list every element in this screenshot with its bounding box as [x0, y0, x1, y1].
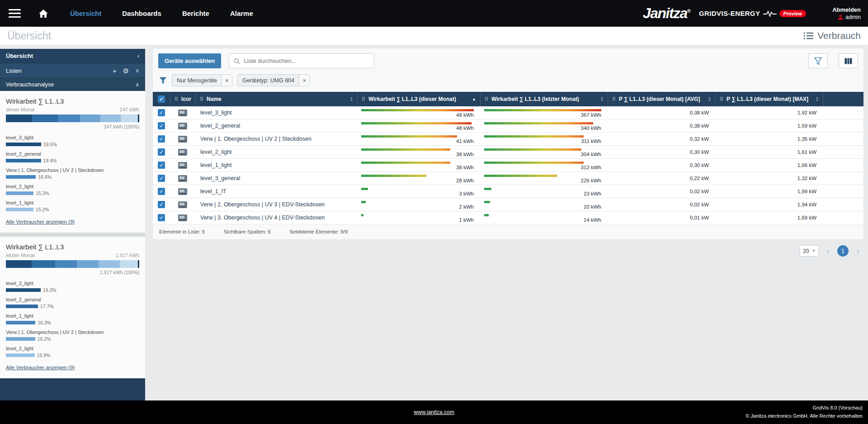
- row-checkbox[interactable]: ✓: [158, 214, 165, 221]
- column-header-wirkarbeit-l1-l3-dieser-monat[interactable]: ⠿ Wirkarbeit ∑ L1..L3 (dieser Monat)▲: [357, 92, 480, 106]
- select-devices-button[interactable]: Geräte auswählen: [158, 53, 221, 68]
- sort-arrow-active-icon[interactable]: ▲: [472, 97, 476, 101]
- row-checkbox[interactable]: ✓: [158, 188, 165, 195]
- this-month-cell: 2 kWh: [357, 198, 480, 211]
- filter-chip-remove-icon[interactable]: ×: [299, 75, 309, 86]
- last-month-value: 226 kWh: [484, 178, 601, 183]
- avg-value: 0,01 kW: [608, 215, 715, 220]
- drag-handle-icon[interactable]: ⠿: [485, 96, 488, 102]
- device-icon: [170, 214, 195, 221]
- nav-item-dashboards[interactable]: Dashboards: [112, 0, 172, 27]
- drag-handle-icon[interactable]: ⠿: [612, 96, 616, 102]
- consumer-item: level_1_light 16.3%: [6, 313, 139, 325]
- consumer-pct: 15.2%: [36, 207, 49, 212]
- table-row[interactable]: ✓ level_1_IT 3 kWh 23 kWh 0,02 kW 1,99 k…: [153, 185, 863, 198]
- avg-value: 0,32 kW: [608, 136, 715, 142]
- collapse-sidebar-icon[interactable]: ‹: [137, 53, 139, 59]
- current-page-button[interactable]: 1: [837, 245, 849, 257]
- toolbar: Geräte auswählen: [153, 48, 863, 71]
- last-month-cell: 312 kWh: [480, 159, 608, 172]
- last-month-bar: [484, 201, 601, 203]
- column-header-name[interactable]: ⠿ Name▲▼: [195, 92, 357, 106]
- filter-button[interactable]: [808, 53, 828, 68]
- drag-handle-icon[interactable]: ⠿: [175, 96, 178, 102]
- drag-handle-icon[interactable]: ⠿: [362, 96, 365, 102]
- column-header-p-l1-l3-dieser-monat-max[interactable]: ⠿ P ∑ L1..L3 (dieser Monat) [MAX]▲▼: [715, 92, 823, 106]
- last-month-cell: 367 kWh: [480, 106, 608, 119]
- table-row[interactable]: ✓ level_3_general 28 kWh 226 kWh 0,22 kW…: [153, 172, 863, 185]
- consumer-list: level_3_light 19.5% level_2_general 19.4…: [6, 135, 139, 212]
- version-label: GridVis 8.0 (Vorschau): [745, 404, 863, 412]
- janitza-website-link[interactable]: www.janitza.com: [414, 409, 454, 415]
- sidebar-lists-row[interactable]: Listen + ⚙ ∨: [0, 63, 145, 78]
- sidebar: Übersicht ‹ Listen + ⚙ ∨ Verbrauchsanaly…: [0, 49, 145, 400]
- drag-handle-icon[interactable]: ⠿: [720, 96, 723, 102]
- sort-arrows-icon[interactable]: ▲▼: [708, 96, 711, 102]
- hamburger-menu-icon[interactable]: [0, 7, 28, 20]
- logout-button[interactable]: Abmelden: [832, 6, 861, 14]
- table-row[interactable]: ✓ level_1_light 38 kWh 312 kWh 0,30 kW 1…: [153, 159, 863, 172]
- page-size-select[interactable]: 20 ▼: [800, 245, 819, 257]
- column-chooser-button[interactable]: [839, 53, 858, 68]
- row-checkbox[interactable]: ✓: [158, 122, 165, 129]
- sidebar-panel-header[interactable]: Übersicht ‹: [0, 49, 145, 63]
- device-name: level_1_IT: [195, 188, 357, 195]
- this-month-bar: [361, 135, 474, 138]
- view-switcher[interactable]: Verbrauch: [803, 30, 861, 41]
- stacked-bar-segment: [55, 260, 77, 268]
- sidebar-analysis-row[interactable]: Verbrauchsanalyse ∧: [0, 78, 145, 91]
- nav-item-alarme[interactable]: Alarme: [220, 0, 264, 27]
- select-all-checkbox[interactable]: ✓: [158, 95, 165, 103]
- column-header-wirkarbeit-l1-l3-letzter-monat[interactable]: ⠿ Wirkarbeit ∑ L1..L3 (letzter Monat)▲▼: [480, 92, 608, 106]
- sidebar-charts: Wirkarbeit ∑ L1..L3 dieser Monat 247 kWh…: [0, 91, 145, 378]
- this-month-cell: 38 kWh: [357, 159, 480, 172]
- sort-arrows-icon[interactable]: ▲▼: [600, 96, 604, 102]
- column-label: Name: [207, 96, 222, 102]
- row-checkbox[interactable]: ✓: [158, 201, 165, 208]
- this-month-cell: 28 kWh: [357, 172, 480, 185]
- drag-handle-icon[interactable]: ⠿: [200, 96, 203, 102]
- table-row[interactable]: ✓ Verw | 3. Obergeschoss | UV 4 | EDV-St…: [153, 211, 863, 224]
- row-checkbox[interactable]: ✓: [158, 175, 165, 182]
- table-row[interactable]: ✓ level_2_light 38 kWh 304 kWh 0,30 kW 1…: [153, 146, 863, 159]
- home-icon[interactable]: [39, 10, 48, 18]
- chevron-up-icon[interactable]: ∧: [135, 81, 139, 88]
- table-row[interactable]: ✓ Verw | 2. Obergeschoss | UV 3 | EDV-St…: [153, 198, 863, 211]
- sort-arrows-icon[interactable]: ▲▼: [350, 96, 353, 102]
- search-input[interactable]: [244, 57, 369, 64]
- table-row[interactable]: ✓ level_2_general 48 kWh 340 kWh 0,38 kW…: [153, 119, 863, 133]
- user-menu[interactable]: admin: [832, 14, 861, 21]
- this-month-bar: [361, 109, 474, 111]
- this-month-cell: 3 kWh: [357, 185, 480, 198]
- sort-arrows-icon[interactable]: ▲▼: [816, 96, 819, 102]
- show-all-consumers-link[interactable]: Alle Verbraucher anzeigen (9): [6, 219, 75, 224]
- search-box[interactable]: [229, 53, 374, 68]
- prev-page-button[interactable]: ‹: [822, 245, 834, 257]
- this-month-bar: [361, 122, 474, 124]
- copyright-label: © Janitza electronics GmbH. Alle Rechte …: [745, 412, 863, 420]
- row-checkbox[interactable]: ✓: [158, 135, 165, 143]
- row-checkbox[interactable]: ✓: [158, 162, 165, 169]
- add-list-icon[interactable]: +: [113, 67, 117, 74]
- next-page-button[interactable]: ›: [852, 245, 863, 257]
- last-month-bar: [484, 135, 601, 138]
- table-row[interactable]: ✓ level_3_light 48 kWh 367 kWh 0,38 kW 1…: [153, 106, 863, 119]
- column-header-p-l1-l3-dieser-monat-avg[interactable]: ⠿ P ∑ L1..L3 (dieser Monat) [AVG]▲▼: [608, 92, 715, 106]
- search-icon: [234, 58, 240, 64]
- row-checkbox[interactable]: ✓: [158, 109, 165, 116]
- chevron-down-icon[interactable]: ∨: [135, 67, 139, 74]
- column-header-icon[interactable]: ⠿ Icon: [170, 92, 195, 106]
- stacked-bar-segment: [80, 114, 100, 122]
- show-all-consumers-link[interactable]: Alle Verbraucher anzeigen (9): [6, 365, 75, 370]
- this-month-value: 48 kWh: [361, 112, 474, 118]
- last-month-value: 14 kWh: [484, 217, 601, 223]
- nav-item-bersicht[interactable]: Übersicht: [60, 0, 112, 27]
- app: ÜbersichtDashboardsBerichteAlarme Janitz…: [0, 0, 868, 424]
- table-row[interactable]: ✓ Verw | 1. Obergeschoss | UV 2 | Steckd…: [153, 133, 863, 146]
- consumer-item: level_3_light 19.2%: [6, 281, 139, 293]
- gear-icon[interactable]: ⚙: [123, 67, 129, 74]
- consumer-pct: 19.4%: [43, 158, 57, 163]
- row-checkbox[interactable]: ✓: [158, 148, 165, 156]
- filter-chip-remove-icon[interactable]: ×: [222, 75, 232, 86]
- nav-item-berichte[interactable]: Berichte: [172, 0, 220, 27]
